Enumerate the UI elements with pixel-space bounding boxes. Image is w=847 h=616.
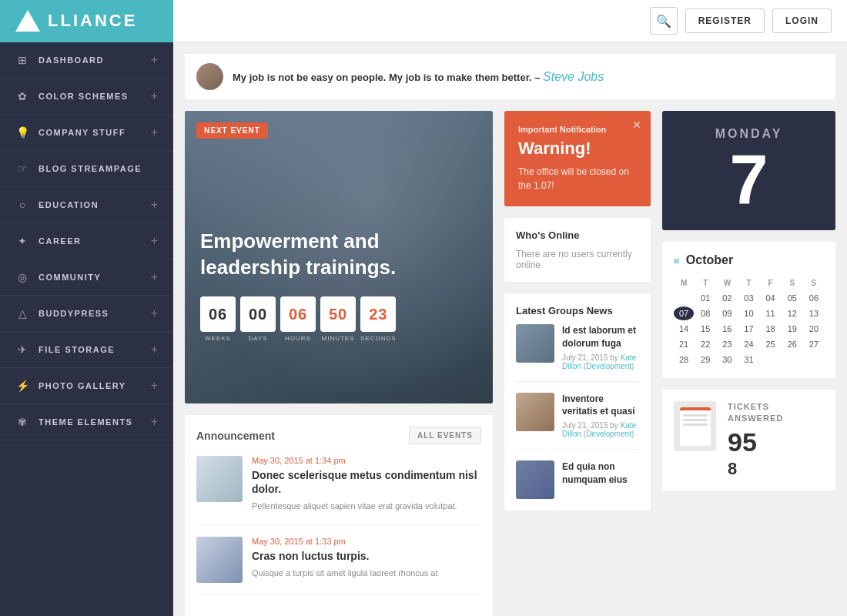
file-storage-icon: ✈ xyxy=(15,343,29,357)
countdown-minutes: 50 MINUTES xyxy=(320,296,356,342)
calendar-month: October xyxy=(686,253,733,267)
group-news-headline[interactable]: Inventore veritatis et quasi xyxy=(562,393,639,419)
news-date: May 30, 2015 at 1:34 pm xyxy=(252,456,481,465)
countdown-days: 00 DAYS xyxy=(240,296,276,342)
sidebar-item-theme-elements[interactable]: ✾ THEME ELEMENTS + xyxy=(0,404,173,440)
content-area: My job is not be easy on people. My job … xyxy=(173,42,847,616)
career-icon: ✦ xyxy=(15,234,29,248)
group-news-item: Id est laborum et dolorum fuga July 21, … xyxy=(516,324,639,382)
calendar-grid: M T W T F S S - 01 02 03 04 05 xyxy=(674,276,824,367)
buddypress-icon: △ xyxy=(15,306,29,320)
news-excerpt: Pellentesque aliquet sapien vitae erat g… xyxy=(252,500,481,513)
next-event-badge: NEXT EVENT xyxy=(196,122,268,139)
login-button[interactable]: LOGIN xyxy=(772,8,832,33)
group-news-category-link[interactable]: Development xyxy=(586,430,631,438)
register-button[interactable]: REGISTER xyxy=(685,8,765,33)
notification-body: The office will be closed on the 1.07! xyxy=(518,165,637,192)
announcement-card: Announcement ALL EVENTS May 30, 2015 at … xyxy=(185,415,493,616)
group-news-meta: July 21, 2015 by Kate Dillon (Developmen… xyxy=(562,353,639,370)
group-news-headline[interactable]: Id est laborum et dolorum fuga xyxy=(562,324,639,350)
quote-text: My job is not be easy on people. My job … xyxy=(233,70,604,84)
group-news-headline[interactable]: Ed quia non numquam eius xyxy=(562,460,639,487)
countdown-hours: 06 HOURS xyxy=(280,296,316,342)
community-icon: ◎ xyxy=(15,270,29,284)
calendar-card: « October M T W T F S S - 01 02 xyxy=(662,242,835,378)
main-columns: NEXT EVENT Empowerment and leadership tr… xyxy=(185,111,835,616)
tickets-card: TICKETSANSWERED 95 8 xyxy=(662,390,835,490)
news-headline[interactable]: Cras non luctus turpis. xyxy=(252,549,438,563)
news-thumbnail xyxy=(196,456,243,502)
hero-card: NEXT EVENT Empowerment and leadership tr… xyxy=(185,111,493,403)
groups-news-card: Latest Groups News Id est laborum et dol… xyxy=(504,293,651,511)
news-thumbnail xyxy=(196,537,243,583)
header-right: 🔍 REGISTER LOGIN xyxy=(650,7,832,35)
sidebar-item-buddypress[interactable]: △ BUDDYPRESS + xyxy=(0,296,173,332)
bulb-icon: 💡 xyxy=(15,126,29,139)
sidebar-item-career[interactable]: ✦ CAREER + xyxy=(0,223,173,259)
grid-icon: ⊞ xyxy=(15,53,29,67)
left-column: NEXT EVENT Empowerment and leadership tr… xyxy=(185,111,493,616)
quote-bar: My job is not be easy on people. My job … xyxy=(185,54,835,99)
calendar-prev-button[interactable]: « xyxy=(674,254,680,266)
hand-icon: ☞ xyxy=(15,162,29,176)
mid-column: ✕ Important Notification Warning! The of… xyxy=(504,111,651,616)
tickets-sub-count: 8 xyxy=(728,459,824,479)
sidebar: ⊞ DASHBOARD + ✿ COLOR SCHEMES + 💡 COMPAN… xyxy=(0,42,173,616)
sidebar-item-dashboard[interactable]: ⊞ DASHBOARD + xyxy=(0,42,173,79)
day-name: MONDAY xyxy=(715,127,783,141)
sidebar-item-education[interactable]: ○ EDUCATION + xyxy=(0,187,173,223)
hero-title: Empowerment and leadership trainings. xyxy=(200,229,477,281)
whos-online-body: There are no users currently online xyxy=(516,249,639,270)
groups-news-title: Latest Groups News xyxy=(516,305,639,316)
announcement-title: Announcement xyxy=(196,430,275,442)
date-card: MONDAY 7 xyxy=(662,111,835,230)
group-news-category-link[interactable]: Development xyxy=(586,362,631,370)
sidebar-item-color-schemes[interactable]: ✿ COLOR SCHEMES + xyxy=(0,79,173,115)
header: LLIANCE 🔍 REGISTER LOGIN xyxy=(0,0,847,42)
logo-icon xyxy=(15,10,40,32)
group-news-thumbnail xyxy=(516,324,554,363)
news-date: May 30, 2015 at 1:33 pm xyxy=(252,537,438,546)
notification-title: Warning! xyxy=(518,139,637,159)
tickets-label: TICKETSANSWERED xyxy=(728,401,824,425)
group-news-item: Inventore veritatis et quasi July 21, 20… xyxy=(516,393,639,450)
countdown-seconds: 23 SECONDS xyxy=(360,296,397,342)
group-news-meta: July 21, 2015 by Kate Dillon (Developmen… xyxy=(562,421,639,438)
whos-online-card: Who's Online There are no users currentl… xyxy=(504,218,651,282)
tickets-count: 95 xyxy=(728,429,824,455)
calendar-today[interactable]: 07 xyxy=(674,306,694,320)
logo-text: LLIANCE xyxy=(48,11,137,31)
news-item: May 30, 2015 at 1:34 pm Donec scelerisqu… xyxy=(196,456,481,525)
notification-important-label: Important Notification xyxy=(518,125,637,134)
sidebar-item-blog-streampage[interactable]: ☞ BLOG STREAMPAGE xyxy=(0,151,173,187)
sidebar-item-community[interactable]: ◎ COMMUNITY + xyxy=(0,259,173,296)
palette-icon: ✿ xyxy=(15,89,29,103)
day-number: 7 xyxy=(729,145,768,214)
news-headline[interactable]: Donec scelerisque metus condimentum nisl… xyxy=(252,468,481,496)
main-layout: ⊞ DASHBOARD + ✿ COLOR SCHEMES + 💡 COMPAN… xyxy=(0,42,847,616)
ticket-icon xyxy=(674,401,716,451)
group-news-item: Ed quia non numquam eius xyxy=(516,460,639,499)
search-button[interactable]: 🔍 xyxy=(650,7,678,35)
theme-elements-icon: ✾ xyxy=(15,415,29,429)
whos-online-title: Who's Online xyxy=(516,229,639,241)
countdown: 06 WEEKS 00 DAYS 06 HOURS xyxy=(200,296,477,342)
education-icon: ○ xyxy=(15,198,29,212)
right-column: MONDAY 7 « October M T W T F S xyxy=(662,111,835,616)
hero-content: Empowerment and leadership trainings. 06… xyxy=(200,229,477,342)
group-news-thumbnail xyxy=(516,393,554,431)
sidebar-item-file-storage[interactable]: ✈ FILE STORAGE + xyxy=(0,332,173,368)
quote-avatar xyxy=(196,63,223,90)
logo: LLIANCE xyxy=(0,0,173,42)
countdown-weeks: 06 WEEKS xyxy=(200,296,236,342)
notification-card: ✕ Important Notification Warning! The of… xyxy=(504,111,651,206)
quote-author: Steve Jobs xyxy=(543,70,604,83)
sidebar-item-photo-gallery[interactable]: ⚡ PHOTO GALLERY + xyxy=(0,368,173,404)
photo-gallery-icon: ⚡ xyxy=(15,379,29,393)
group-news-thumbnail xyxy=(516,460,554,499)
news-item: May 30, 2015 at 1:33 pm Cras non luctus … xyxy=(196,537,481,595)
all-events-button[interactable]: ALL EVENTS xyxy=(409,427,481,444)
news-excerpt: Quisque a turpis sit amet ligula laoreet… xyxy=(252,567,438,580)
sidebar-item-company-stuff[interactable]: 💡 COMPANY STUFF + xyxy=(0,115,173,151)
